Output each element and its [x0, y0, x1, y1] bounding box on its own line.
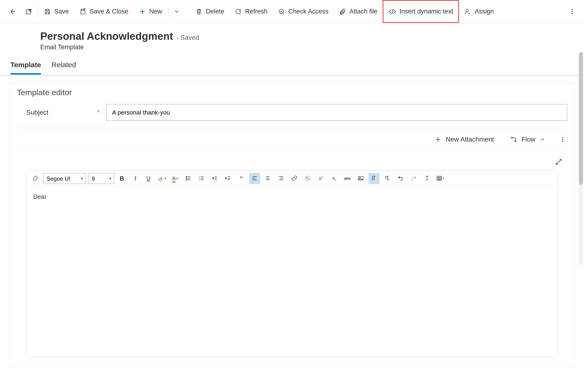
flow-button[interactable]: Flow: [507, 133, 549, 146]
link-icon: [291, 175, 297, 182]
save-close-label: Save & Close: [90, 8, 129, 15]
underline-button[interactable]: U: [143, 173, 154, 184]
flow-icon: [510, 136, 517, 143]
font-size-select[interactable]: 9: [88, 173, 114, 184]
bold-button[interactable]: B: [117, 173, 127, 184]
assign-icon: [464, 8, 471, 15]
undo-button[interactable]: [395, 173, 406, 184]
svg-point-12: [562, 139, 563, 140]
svg-point-8: [572, 13, 573, 14]
bullet-list-icon: [185, 175, 191, 182]
arrow-left-icon: [9, 8, 17, 16]
svg-rect-3: [82, 9, 84, 11]
command-bar: Save Save & Close New: [0, 0, 584, 23]
underline-icon: U: [146, 175, 150, 182]
new-button[interactable]: New: [134, 0, 167, 23]
svg-point-6: [572, 9, 573, 10]
align-center-button[interactable]: [262, 173, 273, 184]
tab-list: Template Related: [0, 51, 584, 75]
italic-button[interactable]: I: [130, 173, 141, 184]
highlight-button[interactable]: ▾: [156, 173, 167, 184]
svg-rect-2: [46, 12, 49, 14]
subject-row: Subject *: [10, 104, 574, 128]
new-dropdown[interactable]: [170, 0, 183, 23]
more-vertical-icon: [569, 8, 575, 15]
ltr-button[interactable]: [368, 173, 379, 184]
chevron-down-icon: ▾: [443, 177, 444, 180]
number-list-icon: 1 2 3: [198, 175, 205, 182]
bullet-list-button[interactable]: [183, 173, 194, 184]
table-button[interactable]: ▾: [435, 173, 446, 184]
redo-button[interactable]: [408, 173, 419, 184]
svg-text:3: 3: [199, 178, 200, 180]
chevron-down-icon: [174, 8, 180, 15]
insert-dynamic-text-label: Insert dynamic text: [399, 8, 453, 15]
svg-point-9: [511, 137, 512, 138]
back-button[interactable]: [4, 0, 21, 23]
format-painter-button[interactable]: [30, 173, 41, 184]
clear-format-button[interactable]: [421, 173, 432, 184]
redo-icon: [411, 175, 417, 182]
check-access-button[interactable]: Check Access: [273, 0, 334, 23]
attach-file-button[interactable]: Attach file: [334, 0, 383, 23]
svg-point-22: [359, 177, 360, 178]
trash-icon: [195, 8, 203, 15]
strikethrough-button[interactable]: abc: [342, 173, 353, 184]
align-left-button[interactable]: [249, 173, 260, 184]
overflow-button[interactable]: [564, 0, 580, 23]
assign-button[interactable]: Assign: [459, 0, 499, 23]
ltr-icon: [371, 175, 377, 182]
refresh-button[interactable]: Refresh: [230, 0, 273, 23]
outdent-button[interactable]: [209, 173, 220, 184]
save-icon: [44, 8, 51, 15]
blockquote-button[interactable]: ”: [236, 173, 247, 184]
clear-format-icon: [424, 175, 430, 182]
expand-icon[interactable]: [555, 158, 562, 166]
new-label: New: [149, 8, 162, 15]
superscript-button[interactable]: x2: [315, 173, 326, 184]
image-icon: [358, 175, 364, 182]
svg-point-13: [562, 140, 563, 142]
scrollbar-thumb[interactable]: [579, 52, 583, 185]
svg-point-11: [562, 137, 563, 138]
rte-body[interactable]: Dear: [27, 186, 557, 357]
indent-icon: [225, 175, 231, 182]
number-list-button[interactable]: 1 2 3: [196, 173, 207, 184]
insert-dynamic-text-button[interactable]: Insert dynamic text: [383, 0, 459, 23]
svg-point-16: [186, 178, 187, 178]
delete-button[interactable]: Delete: [190, 0, 230, 23]
undo-icon: [397, 175, 403, 182]
link-button[interactable]: [289, 173, 300, 184]
rtl-icon: [384, 175, 390, 182]
indent-button[interactable]: [223, 173, 234, 184]
subscript-button[interactable]: x2: [329, 173, 340, 184]
align-right-button[interactable]: [276, 173, 287, 184]
format-painter-icon: [32, 175, 39, 182]
record-status: - Saved: [176, 34, 199, 42]
rich-text-editor: Segoe UI 9 B I: [26, 170, 558, 357]
page-scrollbar[interactable]: [579, 52, 583, 265]
template-editor-card: Template editor Subject * New Atta: [10, 82, 574, 367]
chevron-down-icon: ▾: [165, 177, 166, 180]
tab-template[interactable]: Template: [11, 61, 41, 74]
attachment-overflow-button[interactable]: [558, 134, 567, 145]
new-attachment-button[interactable]: New Attachment: [431, 133, 497, 146]
subject-input[interactable]: [106, 104, 567, 121]
rtl-button[interactable]: [382, 173, 393, 184]
font-color-button[interactable]: A ▾: [170, 173, 181, 184]
chevron-down-icon: ▾: [176, 177, 178, 180]
popout-button[interactable]: [21, 0, 37, 23]
subject-label: Subject: [26, 109, 97, 116]
save-close-button[interactable]: Save & Close: [74, 0, 134, 23]
rte-toolbar: Segoe UI 9 B I: [27, 171, 557, 186]
strikethrough-icon: abc: [344, 176, 351, 181]
subscript-icon: x2: [332, 176, 336, 182]
plus-icon: [434, 136, 441, 143]
image-button[interactable]: [355, 173, 366, 184]
align-center-icon: [265, 175, 271, 182]
unlink-button[interactable]: [302, 173, 313, 184]
tab-related[interactable]: Related: [51, 61, 76, 74]
save-button[interactable]: Save: [39, 0, 74, 23]
font-name-select[interactable]: Segoe UI: [43, 173, 86, 184]
bold-icon: B: [120, 175, 124, 182]
